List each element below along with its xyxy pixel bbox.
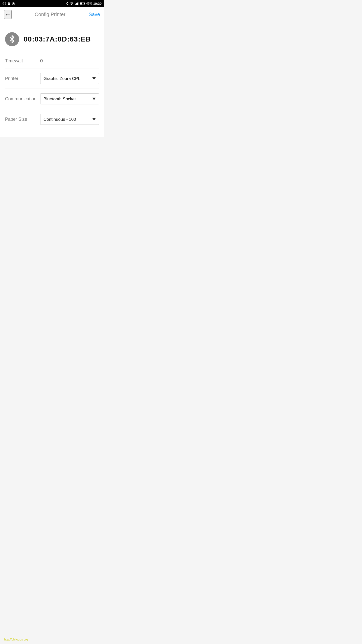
communication-row: Communication Bluetooth Socket WiFi USB bbox=[5, 89, 99, 109]
status-bar-left: S ··· bbox=[3, 2, 20, 6]
svg-rect-2 bbox=[8, 3, 10, 5]
svg-rect-9 bbox=[77, 3, 77, 5]
svg-text:S: S bbox=[4, 3, 5, 4]
main-content: 00:03:7A:0D:63:EB Timewait 0 Printer Gra… bbox=[0, 22, 104, 137]
paper-size-select[interactable]: Continuous - 100 Continuous - 50 4x6 3x5 bbox=[40, 114, 99, 125]
printer-label: Printer bbox=[5, 76, 38, 81]
circle-icon bbox=[12, 2, 15, 5]
page-title: Config Printer bbox=[35, 12, 65, 17]
back-button[interactable]: ← bbox=[4, 10, 12, 19]
printer-row: Printer Graphic Zebra CPL Generic Zebra … bbox=[5, 68, 99, 89]
bluetooth-icon-circle bbox=[5, 32, 19, 46]
app-icon-1: S bbox=[3, 2, 6, 5]
paper-size-label: Paper Size bbox=[5, 117, 38, 122]
timewait-row: Timewait 0 bbox=[5, 54, 99, 68]
svg-rect-7 bbox=[75, 4, 76, 5]
svg-point-4 bbox=[13, 3, 14, 4]
status-bar: S ··· bbox=[0, 0, 104, 7]
status-bar-right: 43% 10:30 bbox=[65, 2, 102, 6]
svg-rect-12 bbox=[84, 3, 85, 4]
svg-rect-8 bbox=[76, 3, 77, 5]
svg-point-5 bbox=[71, 4, 72, 5]
communication-select[interactable]: Bluetooth Socket WiFi USB bbox=[40, 93, 99, 104]
form-section: Timewait 0 Printer Graphic Zebra CPL Gen… bbox=[5, 54, 99, 132]
svg-rect-6 bbox=[75, 4, 75, 5]
timewait-label: Timewait bbox=[5, 58, 38, 64]
svg-rect-10 bbox=[78, 2, 78, 5]
signal-icon bbox=[75, 2, 79, 5]
communication-label: Communication bbox=[5, 96, 38, 102]
status-time: 10:30 bbox=[93, 2, 102, 6]
save-button[interactable]: Save bbox=[88, 12, 100, 17]
battery-status-icon bbox=[80, 2, 85, 5]
printer-select[interactable]: Graphic Zebra CPL Generic Zebra ZPL bbox=[40, 73, 99, 84]
device-header: 00:03:7A:0D:63:EB bbox=[5, 27, 99, 54]
lock-icon bbox=[7, 2, 11, 5]
device-address: 00:03:7A:0D:63:EB bbox=[24, 35, 91, 43]
bluetooth-status-icon bbox=[65, 2, 69, 5]
dots-icon: ··· bbox=[16, 2, 20, 6]
timewait-value: 0 bbox=[40, 58, 99, 64]
paper-size-row: Paper Size Continuous - 100 Continuous -… bbox=[5, 109, 99, 129]
battery-percentage: 43% bbox=[86, 2, 92, 5]
bluetooth-icon bbox=[8, 35, 16, 43]
app-bar: ← Config Printer Save bbox=[0, 7, 104, 22]
wifi-status-icon bbox=[70, 2, 74, 5]
svg-rect-13 bbox=[80, 3, 82, 5]
